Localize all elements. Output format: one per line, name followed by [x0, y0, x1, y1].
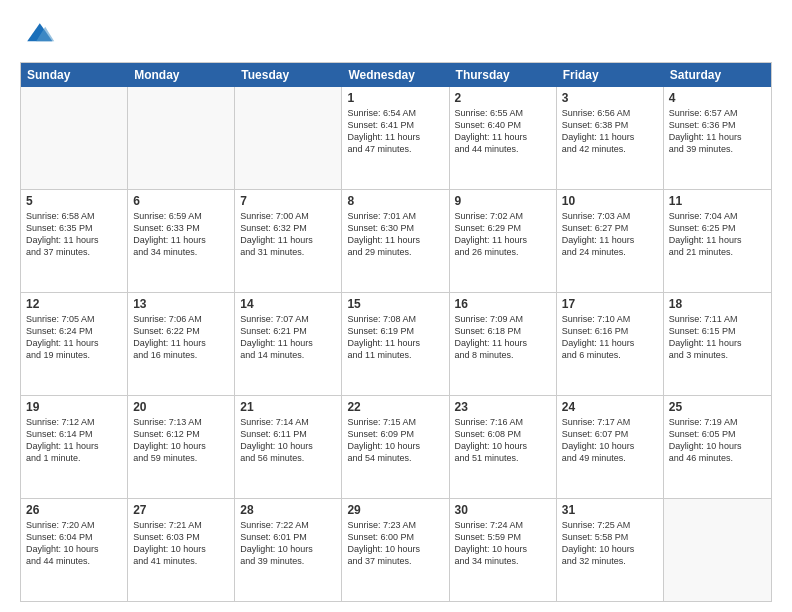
- header-day-monday: Monday: [128, 63, 235, 87]
- calendar-week-2: 5Sunrise: 6:58 AM Sunset: 6:35 PM Daylig…: [21, 190, 771, 293]
- day-cell-7: 7Sunrise: 7:00 AM Sunset: 6:32 PM Daylig…: [235, 190, 342, 292]
- page: SundayMondayTuesdayWednesdayThursdayFrid…: [0, 0, 792, 612]
- day-content: Sunrise: 7:23 AM Sunset: 6:00 PM Dayligh…: [347, 519, 443, 568]
- header-day-friday: Friday: [557, 63, 664, 87]
- day-content: Sunrise: 6:57 AM Sunset: 6:36 PM Dayligh…: [669, 107, 766, 156]
- day-cell-2: 2Sunrise: 6:55 AM Sunset: 6:40 PM Daylig…: [450, 87, 557, 189]
- day-number: 9: [455, 194, 551, 208]
- day-content: Sunrise: 7:00 AM Sunset: 6:32 PM Dayligh…: [240, 210, 336, 259]
- logo: [20, 16, 60, 52]
- calendar-week-4: 19Sunrise: 7:12 AM Sunset: 6:14 PM Dayli…: [21, 396, 771, 499]
- header-day-saturday: Saturday: [664, 63, 771, 87]
- day-content: Sunrise: 7:19 AM Sunset: 6:05 PM Dayligh…: [669, 416, 766, 465]
- day-content: Sunrise: 7:11 AM Sunset: 6:15 PM Dayligh…: [669, 313, 766, 362]
- day-content: Sunrise: 7:22 AM Sunset: 6:01 PM Dayligh…: [240, 519, 336, 568]
- day-cell-23: 23Sunrise: 7:16 AM Sunset: 6:08 PM Dayli…: [450, 396, 557, 498]
- day-content: Sunrise: 7:01 AM Sunset: 6:30 PM Dayligh…: [347, 210, 443, 259]
- day-content: Sunrise: 7:04 AM Sunset: 6:25 PM Dayligh…: [669, 210, 766, 259]
- day-number: 14: [240, 297, 336, 311]
- day-content: Sunrise: 7:07 AM Sunset: 6:21 PM Dayligh…: [240, 313, 336, 362]
- day-cell-18: 18Sunrise: 7:11 AM Sunset: 6:15 PM Dayli…: [664, 293, 771, 395]
- day-content: Sunrise: 6:58 AM Sunset: 6:35 PM Dayligh…: [26, 210, 122, 259]
- calendar-week-3: 12Sunrise: 7:05 AM Sunset: 6:24 PM Dayli…: [21, 293, 771, 396]
- header-day-tuesday: Tuesday: [235, 63, 342, 87]
- day-content: Sunrise: 7:20 AM Sunset: 6:04 PM Dayligh…: [26, 519, 122, 568]
- day-cell-19: 19Sunrise: 7:12 AM Sunset: 6:14 PM Dayli…: [21, 396, 128, 498]
- day-cell-17: 17Sunrise: 7:10 AM Sunset: 6:16 PM Dayli…: [557, 293, 664, 395]
- day-number: 19: [26, 400, 122, 414]
- day-number: 7: [240, 194, 336, 208]
- day-content: Sunrise: 7:05 AM Sunset: 6:24 PM Dayligh…: [26, 313, 122, 362]
- calendar-header-row: SundayMondayTuesdayWednesdayThursdayFrid…: [21, 63, 771, 87]
- day-cell-11: 11Sunrise: 7:04 AM Sunset: 6:25 PM Dayli…: [664, 190, 771, 292]
- day-cell-24: 24Sunrise: 7:17 AM Sunset: 6:07 PM Dayli…: [557, 396, 664, 498]
- day-content: Sunrise: 7:21 AM Sunset: 6:03 PM Dayligh…: [133, 519, 229, 568]
- day-cell-1: 1Sunrise: 6:54 AM Sunset: 6:41 PM Daylig…: [342, 87, 449, 189]
- day-cell-12: 12Sunrise: 7:05 AM Sunset: 6:24 PM Dayli…: [21, 293, 128, 395]
- day-content: Sunrise: 7:02 AM Sunset: 6:29 PM Dayligh…: [455, 210, 551, 259]
- day-number: 31: [562, 503, 658, 517]
- day-number: 3: [562, 91, 658, 105]
- day-number: 25: [669, 400, 766, 414]
- day-number: 26: [26, 503, 122, 517]
- day-cell-22: 22Sunrise: 7:15 AM Sunset: 6:09 PM Dayli…: [342, 396, 449, 498]
- day-number: 22: [347, 400, 443, 414]
- day-number: 28: [240, 503, 336, 517]
- day-content: Sunrise: 7:03 AM Sunset: 6:27 PM Dayligh…: [562, 210, 658, 259]
- day-content: Sunrise: 6:55 AM Sunset: 6:40 PM Dayligh…: [455, 107, 551, 156]
- header-day-wednesday: Wednesday: [342, 63, 449, 87]
- header-day-thursday: Thursday: [450, 63, 557, 87]
- day-number: 10: [562, 194, 658, 208]
- day-content: Sunrise: 7:09 AM Sunset: 6:18 PM Dayligh…: [455, 313, 551, 362]
- day-cell-28: 28Sunrise: 7:22 AM Sunset: 6:01 PM Dayli…: [235, 499, 342, 601]
- day-number: 2: [455, 91, 551, 105]
- day-cell-26: 26Sunrise: 7:20 AM Sunset: 6:04 PM Dayli…: [21, 499, 128, 601]
- day-number: 15: [347, 297, 443, 311]
- day-content: Sunrise: 7:16 AM Sunset: 6:08 PM Dayligh…: [455, 416, 551, 465]
- empty-cell: [664, 499, 771, 601]
- header-day-sunday: Sunday: [21, 63, 128, 87]
- day-content: Sunrise: 6:59 AM Sunset: 6:33 PM Dayligh…: [133, 210, 229, 259]
- day-number: 12: [26, 297, 122, 311]
- day-content: Sunrise: 7:24 AM Sunset: 5:59 PM Dayligh…: [455, 519, 551, 568]
- day-content: Sunrise: 7:25 AM Sunset: 5:58 PM Dayligh…: [562, 519, 658, 568]
- empty-cell: [21, 87, 128, 189]
- day-cell-27: 27Sunrise: 7:21 AM Sunset: 6:03 PM Dayli…: [128, 499, 235, 601]
- day-cell-30: 30Sunrise: 7:24 AM Sunset: 5:59 PM Dayli…: [450, 499, 557, 601]
- day-cell-4: 4Sunrise: 6:57 AM Sunset: 6:36 PM Daylig…: [664, 87, 771, 189]
- day-number: 21: [240, 400, 336, 414]
- day-cell-25: 25Sunrise: 7:19 AM Sunset: 6:05 PM Dayli…: [664, 396, 771, 498]
- day-content: Sunrise: 7:13 AM Sunset: 6:12 PM Dayligh…: [133, 416, 229, 465]
- day-content: Sunrise: 7:08 AM Sunset: 6:19 PM Dayligh…: [347, 313, 443, 362]
- calendar-body: 1Sunrise: 6:54 AM Sunset: 6:41 PM Daylig…: [21, 87, 771, 601]
- day-number: 11: [669, 194, 766, 208]
- day-number: 16: [455, 297, 551, 311]
- logo-icon: [20, 16, 56, 52]
- day-cell-21: 21Sunrise: 7:14 AM Sunset: 6:11 PM Dayli…: [235, 396, 342, 498]
- day-cell-8: 8Sunrise: 7:01 AM Sunset: 6:30 PM Daylig…: [342, 190, 449, 292]
- header: [20, 16, 772, 52]
- calendar-week-1: 1Sunrise: 6:54 AM Sunset: 6:41 PM Daylig…: [21, 87, 771, 190]
- day-number: 20: [133, 400, 229, 414]
- calendar: SundayMondayTuesdayWednesdayThursdayFrid…: [20, 62, 772, 602]
- day-number: 27: [133, 503, 229, 517]
- day-number: 4: [669, 91, 766, 105]
- day-cell-31: 31Sunrise: 7:25 AM Sunset: 5:58 PM Dayli…: [557, 499, 664, 601]
- day-cell-9: 9Sunrise: 7:02 AM Sunset: 6:29 PM Daylig…: [450, 190, 557, 292]
- day-cell-13: 13Sunrise: 7:06 AM Sunset: 6:22 PM Dayli…: [128, 293, 235, 395]
- day-number: 6: [133, 194, 229, 208]
- day-cell-14: 14Sunrise: 7:07 AM Sunset: 6:21 PM Dayli…: [235, 293, 342, 395]
- day-content: Sunrise: 7:14 AM Sunset: 6:11 PM Dayligh…: [240, 416, 336, 465]
- calendar-week-5: 26Sunrise: 7:20 AM Sunset: 6:04 PM Dayli…: [21, 499, 771, 601]
- day-content: Sunrise: 7:10 AM Sunset: 6:16 PM Dayligh…: [562, 313, 658, 362]
- day-cell-29: 29Sunrise: 7:23 AM Sunset: 6:00 PM Dayli…: [342, 499, 449, 601]
- day-cell-10: 10Sunrise: 7:03 AM Sunset: 6:27 PM Dayli…: [557, 190, 664, 292]
- empty-cell: [235, 87, 342, 189]
- day-content: Sunrise: 7:15 AM Sunset: 6:09 PM Dayligh…: [347, 416, 443, 465]
- day-content: Sunrise: 7:17 AM Sunset: 6:07 PM Dayligh…: [562, 416, 658, 465]
- day-number: 18: [669, 297, 766, 311]
- day-cell-5: 5Sunrise: 6:58 AM Sunset: 6:35 PM Daylig…: [21, 190, 128, 292]
- day-number: 30: [455, 503, 551, 517]
- day-number: 5: [26, 194, 122, 208]
- day-cell-20: 20Sunrise: 7:13 AM Sunset: 6:12 PM Dayli…: [128, 396, 235, 498]
